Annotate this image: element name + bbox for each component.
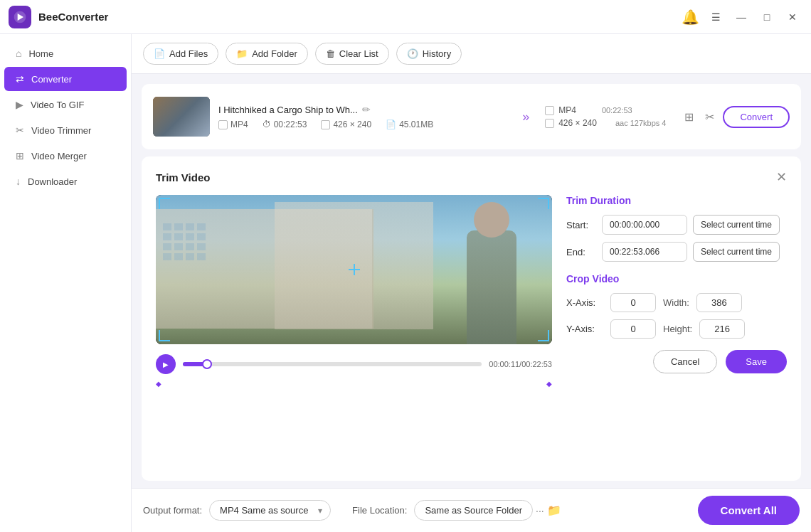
end-label: End:: [566, 247, 596, 257]
crop-crosshair: [349, 264, 360, 275]
video-preview: [156, 195, 552, 344]
clear-list-button[interactable]: 🗑 Clear List: [315, 43, 389, 65]
width-label: Width:: [663, 297, 689, 308]
downloader-icon: ↓: [16, 176, 21, 187]
app-body: ⌂ Home ⇄ Converter ▶ Video To GIF ✂ Vide…: [0, 34, 811, 532]
format-select-wrap: MP4 Same as source: [209, 500, 331, 521]
menu-icon[interactable]: ☰: [706, 7, 726, 27]
app-title: BeeConverter: [38, 11, 680, 23]
sidebar-item-downloader[interactable]: ↓ Downloader: [4, 169, 127, 193]
trim-marker-start[interactable]: ◆: [156, 380, 161, 388]
trim-video-area: ▶ 00:00:11/00:22:53 ◆ ◆: [156, 195, 552, 468]
history-icon: 🕐: [407, 48, 418, 59]
file-output-info: MP4 00:22:53 426 × 240 aac 127kbps 4: [545, 105, 666, 128]
gif-icon: ▶: [16, 99, 23, 110]
home-icon: ⌂: [16, 48, 21, 59]
location-dots-button[interactable]: ···: [536, 505, 544, 516]
content-area: 📄 Add Files 📁 Add Folder 🗑 Clear List 🕐 …: [132, 34, 811, 532]
file-actions: ⊞ ✂ Convert: [682, 106, 790, 128]
convert-arrow-icon: »: [515, 110, 536, 124]
output-format-select[interactable]: MP4 Same as source: [209, 500, 331, 521]
merger-icon: ⊞: [16, 150, 24, 161]
trim-duration-title: Trim Duration: [566, 195, 787, 206]
x-axis-label: X-Axis:: [566, 297, 603, 308]
add-folder-label: Add Folder: [252, 48, 297, 59]
add-folder-button[interactable]: 📁 Add Folder: [226, 43, 308, 65]
convert-all-button[interactable]: Convert All: [698, 496, 800, 525]
file-name: I Hitchhiked a Cargo Ship to Wh... ✏: [218, 104, 507, 115]
trimmer-icon: ✂: [16, 124, 24, 136]
crop-corner-tr: [538, 198, 549, 209]
clock-icon: ⏱: [263, 119, 271, 129]
res-checkbox: [321, 120, 330, 129]
out-res-checkbox: [545, 119, 554, 128]
bottom-bar: Output format: MP4 Same as source File L…: [132, 488, 811, 532]
crop-corner-bl: [159, 330, 170, 341]
height-input[interactable]: [699, 319, 745, 339]
y-axis-row: Y-Axis: Height:: [566, 319, 787, 339]
file-icon: 📄: [386, 119, 396, 129]
file-location-input[interactable]: Same as Source Folder: [414, 500, 533, 521]
browse-folder-icon[interactable]: 📁: [547, 504, 561, 517]
sidebar-item-label: Video Trimmer: [31, 125, 91, 136]
notification-icon[interactable]: 🔔: [680, 7, 700, 27]
thumbnail-image: [153, 97, 210, 137]
dialog-actions: Cancel Save: [566, 350, 787, 373]
convert-button[interactable]: Convert: [723, 106, 790, 128]
sidebar-item-video-to-gif[interactable]: ▶ Video To GIF: [4, 92, 127, 117]
sidebar-item-label: Converter: [31, 74, 72, 85]
progress-thumb: [202, 359, 212, 369]
start-time-input[interactable]: [602, 215, 687, 235]
file-item: I Hitchhiked a Cargo Ship to Wh... ✏ MP4…: [149, 91, 794, 142]
maximize-button[interactable]: □: [757, 7, 777, 27]
format-checkbox: [218, 120, 228, 129]
width-input[interactable]: [696, 293, 742, 312]
trash-icon: 🗑: [326, 48, 335, 59]
select-start-time-button[interactable]: Select current time: [693, 215, 780, 235]
y-axis-input[interactable]: [610, 319, 656, 339]
x-axis-input[interactable]: [610, 293, 656, 312]
height-label: Height:: [663, 324, 692, 334]
file-src-size: 📄 45.01MB: [386, 119, 433, 129]
y-axis-label: Y-Axis:: [566, 324, 603, 334]
end-time-input[interactable]: [602, 242, 687, 262]
file-location-field: File Location: Same as Source Folder ···…: [352, 500, 561, 521]
sidebar-item-label: Home: [28, 48, 53, 59]
titlebar-actions: 🔔 ☰ — □ ✕: [680, 7, 802, 27]
crop-section: Crop Video X-Axis: Width: Y-Axis: Height…: [566, 273, 787, 339]
out-format-checkbox: [545, 106, 554, 115]
sidebar-item-home[interactable]: ⌂ Home: [4, 41, 127, 65]
time-label: 00:00:11/00:22:53: [489, 360, 552, 368]
progress-track[interactable]: [183, 362, 482, 366]
file-meta: MP4 ⏱ 00:22:53 426 × 240 📄 45.01MB: [218, 119, 507, 129]
output-format-field: Output format: MP4 Same as source: [143, 500, 331, 521]
sidebar-item-converter[interactable]: ⇄ Converter: [4, 67, 127, 91]
save-button[interactable]: Save: [726, 350, 787, 373]
trim-markers: ◆ ◆: [156, 380, 552, 388]
history-button[interactable]: 🕐 History: [396, 43, 462, 65]
location-input-wrap: Same as Source Folder ··· 📁: [414, 500, 561, 521]
history-label: History: [423, 48, 451, 59]
edit-settings-button[interactable]: ⊞: [682, 107, 696, 127]
sidebar-item-video-merger[interactable]: ⊞ Video Merger: [4, 144, 127, 168]
file-src-format: MP4: [218, 119, 248, 129]
minimize-button[interactable]: —: [731, 7, 751, 27]
select-end-time-button[interactable]: Select current time: [693, 242, 780, 262]
close-button[interactable]: ✕: [783, 7, 802, 27]
file-location-label: File Location:: [352, 505, 407, 516]
edit-filename-icon[interactable]: ✏: [362, 104, 371, 115]
out-audio: aac 127kbps 4: [615, 119, 667, 127]
cancel-button[interactable]: Cancel: [653, 350, 717, 373]
trim-marker-end[interactable]: ◆: [546, 380, 552, 388]
play-button[interactable]: ▶: [156, 354, 176, 374]
add-files-button[interactable]: 📄 Add Files: [143, 43, 218, 65]
start-label: Start:: [566, 220, 596, 230]
add-files-label: Add Files: [169, 48, 208, 59]
sidebar-item-video-trimmer[interactable]: ✂ Video Trimmer: [4, 118, 127, 142]
trim-close-button[interactable]: ✕: [776, 169, 787, 185]
cut-button[interactable]: ✂: [702, 107, 717, 127]
app-logo: [9, 6, 31, 28]
toolbar: 📄 Add Files 📁 Add Folder 🗑 Clear List 🕐 …: [132, 34, 811, 74]
file-info: I Hitchhiked a Cargo Ship to Wh... ✏ MP4…: [218, 104, 507, 129]
sidebar: ⌂ Home ⇄ Converter ▶ Video To GIF ✂ Vide…: [0, 34, 132, 532]
